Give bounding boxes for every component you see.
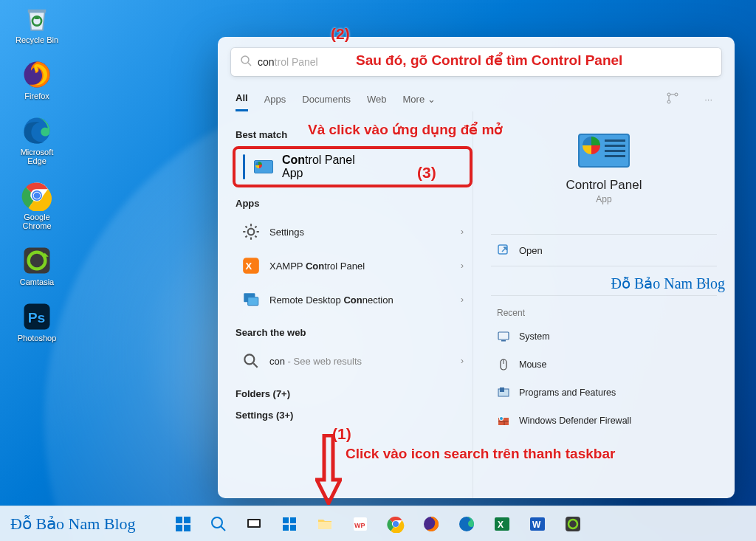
- result-rdc[interactable]: Remote Desktop Connection ›: [233, 283, 472, 317]
- folders-head[interactable]: Folders (7+): [236, 388, 470, 399]
- camtasia-icon: [21, 245, 52, 276]
- svg-point-35: [212, 517, 222, 528]
- taskbar-word[interactable]: W: [523, 509, 552, 539]
- more-options-icon[interactable]: ···: [700, 91, 717, 108]
- mouse-icon: [497, 358, 510, 371]
- svg-rect-32: [184, 517, 190, 523]
- taskbar-search-button[interactable]: [204, 509, 233, 539]
- svg-rect-39: [290, 517, 296, 523]
- taskbar: Đỗ Bảo Nam Blog WP X W: [0, 506, 756, 541]
- svg-rect-19: [248, 297, 258, 306]
- desktop-icon-chrome[interactable]: Google Chrome: [10, 180, 63, 230]
- xampp-icon: X: [241, 256, 261, 275]
- tab-all[interactable]: All: [236, 86, 248, 111]
- system-icon: [497, 330, 510, 343]
- svg-rect-38: [283, 517, 289, 523]
- desktop-icon-edge[interactable]: Microsoft Edge: [10, 115, 63, 165]
- svg-rect-31: [176, 517, 182, 523]
- start-button[interactable]: [168, 509, 198, 539]
- result-xampp[interactable]: X XAMPP Control Panel ›: [233, 249, 472, 283]
- svg-point-6: [34, 193, 41, 199]
- widgets-button[interactable]: [275, 509, 304, 539]
- search-input[interactable]: control Panel: [231, 48, 721, 76]
- svg-rect-23: [501, 340, 506, 342]
- desktop-icon-camtasia[interactable]: Camtasia: [10, 245, 63, 286]
- svg-point-30: [500, 417, 503, 420]
- chevron-right-icon: ›: [461, 227, 464, 237]
- best-match-sub: App: [282, 167, 303, 179]
- taskbar-firefox[interactable]: [416, 509, 446, 539]
- programs-icon: [497, 386, 510, 399]
- taskbar-wps[interactable]: WP: [346, 509, 375, 539]
- svg-rect-34: [184, 525, 190, 531]
- desktop-icon-recycle-bin[interactable]: Recycle Bin: [10, 3, 63, 44]
- desktop-icon-label: Microsoft Edge: [10, 148, 63, 165]
- search-icon: [240, 55, 252, 69]
- svg-text:Ps: Ps: [28, 310, 46, 325]
- annotation-arrow-icon: [315, 434, 342, 505]
- svg-point-12: [667, 93, 670, 96]
- remote-desktop-icon: [241, 290, 261, 309]
- control-panel-icon: [254, 160, 273, 173]
- best-match-item[interactable]: Control Panel App: [233, 146, 472, 187]
- desktop-icon-firefox[interactable]: Firefox: [10, 59, 63, 100]
- selection-bar: [243, 154, 245, 179]
- preview-title: Control Panel: [566, 178, 642, 193]
- result-settings[interactable]: Settings ›: [233, 215, 472, 249]
- taskbar-excel[interactable]: X: [487, 509, 517, 539]
- svg-point-13: [675, 93, 678, 96]
- recent-programs[interactable]: Programs and Features: [491, 379, 717, 407]
- svg-text:X: X: [498, 520, 504, 530]
- svg-rect-41: [290, 525, 296, 531]
- svg-rect-37: [249, 520, 259, 526]
- chrome-icon: [21, 180, 52, 211]
- flow-icon[interactable]: [662, 89, 684, 110]
- desktop-icon-label: Google Chrome: [10, 213, 63, 230]
- tab-apps[interactable]: Apps: [264, 88, 286, 111]
- chevron-right-icon: ›: [461, 294, 464, 305]
- firewall-icon: [497, 414, 510, 427]
- action-open[interactable]: Open: [491, 234, 717, 266]
- svg-rect-40: [283, 525, 289, 531]
- chevron-down-icon: ⌄: [427, 94, 436, 105]
- recent-firewall[interactable]: Windows Defender Firewall: [491, 407, 717, 435]
- svg-text:X: X: [245, 261, 252, 272]
- photoshop-icon: Ps: [21, 301, 52, 332]
- taskbar-camtasia[interactable]: [558, 509, 588, 539]
- task-view-button[interactable]: [239, 509, 269, 539]
- tab-web[interactable]: Web: [367, 88, 387, 111]
- svg-text:W: W: [532, 520, 541, 530]
- svg-rect-22: [498, 332, 509, 340]
- recent-head: Recent: [491, 295, 717, 323]
- svg-rect-27: [500, 387, 504, 392]
- tab-more[interactable]: More ⌄: [403, 88, 436, 111]
- svg-point-15: [248, 229, 255, 235]
- open-icon: [497, 244, 510, 257]
- taskbar-explorer[interactable]: [310, 509, 340, 539]
- taskbar-brand: Đỗ Bảo Nam Blog: [10, 514, 136, 534]
- apps-head: Apps: [236, 198, 470, 209]
- taskbar-edge[interactable]: [452, 509, 481, 539]
- svg-point-11: [241, 56, 249, 63]
- desktop-icon-label: Firefox: [24, 92, 49, 100]
- desktop-icon-label: Recycle Bin: [16, 35, 58, 44]
- result-web[interactable]: con - See web results ›: [233, 344, 472, 378]
- desktop-icon-photoshop[interactable]: Ps Photoshop: [10, 301, 63, 342]
- recent-system[interactable]: System: [491, 323, 717, 351]
- tab-documents[interactable]: Documents: [302, 88, 351, 111]
- search-text: control Panel: [258, 56, 318, 68]
- chevron-right-icon: ›: [461, 261, 464, 271]
- desktop-icon-label: Camtasia: [20, 278, 54, 286]
- search-web-head: Search the web: [236, 327, 470, 338]
- recent-mouse[interactable]: Mouse: [491, 351, 717, 379]
- chevron-right-icon: ›: [461, 356, 464, 366]
- recycle-bin-icon: [21, 3, 52, 34]
- desktop-icon-label: Photoshop: [18, 334, 57, 342]
- control-panel-large-icon: [578, 134, 630, 168]
- svg-point-46: [393, 521, 399, 527]
- taskbar-chrome[interactable]: [381, 509, 410, 539]
- watermark: Đỗ Bảo Nam Blog: [611, 275, 725, 292]
- edge-icon: [21, 115, 52, 146]
- search-panel: control Panel All Apps Documents Web Mor…: [218, 37, 735, 498]
- settings-section-head[interactable]: Settings (3+): [236, 410, 470, 421]
